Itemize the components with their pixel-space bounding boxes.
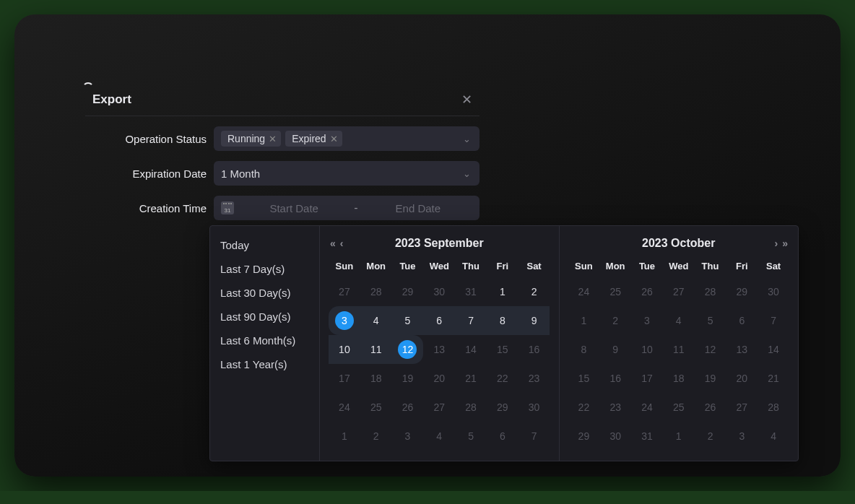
calendar-day: 28 — [758, 393, 789, 422]
calendar-day: 22 — [487, 364, 518, 393]
calendar-day[interactable]: 6 — [423, 306, 455, 335]
calendar-day: 23 — [599, 393, 631, 422]
calendar-day: 16 — [518, 335, 550, 364]
preset-item[interactable]: Last 1 Year(s) — [210, 352, 319, 376]
start-date-placeholder: Start Date — [240, 202, 348, 214]
preset-list: TodayLast 7 Day(s)Last 30 Day(s)Last 90 … — [210, 226, 320, 461]
calendar-icon: 31 — [221, 201, 234, 214]
day-of-week: Mon — [599, 255, 631, 277]
calendar-day: 8 — [568, 335, 600, 364]
prev-year-icon[interactable]: « — [330, 238, 336, 249]
calendar-day: 2 — [599, 306, 631, 335]
label-expiration-date: Expiration Date — [85, 168, 207, 180]
calendar-day: 29 — [568, 422, 600, 451]
calendar-day[interactable]: 4 — [360, 306, 392, 335]
calendar-day: 27 — [726, 393, 758, 422]
calendar-day: 3 — [392, 422, 424, 451]
calendar-day: 13 — [423, 335, 455, 364]
calendar-day: 25 — [663, 393, 695, 422]
calendar-day: 3 — [726, 422, 758, 451]
day-of-week: Fri — [487, 255, 518, 277]
calendar-day[interactable]: 2 — [518, 277, 550, 306]
creation-time-range[interactable]: 31 Start Date - End Date — [214, 196, 479, 220]
calendar-left-header: « ‹ 2023 September — [329, 232, 550, 255]
calendar-right-title: 2023 October — [642, 237, 715, 250]
calendar-day: 21 — [455, 364, 487, 393]
calendar-day: 19 — [392, 364, 424, 393]
label-operation-status: Operation Status — [85, 133, 207, 145]
calendar-day: 17 — [329, 364, 360, 393]
calendar-day: 26 — [695, 393, 726, 422]
calendar-day: 17 — [631, 364, 663, 393]
calendar-day: 22 — [568, 393, 600, 422]
calendar-day: 26 — [392, 393, 424, 422]
day-of-week: Sat — [758, 255, 789, 277]
calendar-day: 24 — [329, 393, 360, 422]
calendar-day: 31 — [631, 422, 663, 451]
close-icon[interactable]: ✕ — [461, 93, 472, 106]
calendar-day: 31 — [455, 277, 487, 306]
calendar-day: 28 — [360, 277, 392, 306]
calendar-day[interactable]: 10 — [329, 335, 360, 364]
calendar-day[interactable]: 5 — [392, 306, 424, 335]
calendar-day: 13 — [726, 335, 758, 364]
day-of-week: Tue — [631, 255, 663, 277]
day-of-week: Thu — [455, 255, 487, 277]
prev-month-icon[interactable]: ‹ — [340, 238, 344, 249]
tag-remove-icon[interactable]: ✕ — [330, 134, 338, 144]
preset-item[interactable]: Last 7 Day(s) — [210, 257, 319, 281]
calendar-day[interactable]: 1 — [487, 277, 518, 306]
calendar-day: 4 — [423, 422, 455, 451]
calendar-day: 26 — [631, 277, 663, 306]
calendar-day: 27 — [423, 393, 455, 422]
calendar-day: 14 — [758, 335, 789, 364]
calendar-day: 25 — [360, 393, 392, 422]
end-date-placeholder: End Date — [364, 202, 472, 214]
calendar-day: 29 — [487, 393, 518, 422]
preset-item[interactable]: Last 90 Day(s) — [210, 305, 319, 329]
calendar-day[interactable]: 3 — [329, 306, 360, 335]
calendar-day: 30 — [423, 277, 455, 306]
row-creation-time: Creation Time 31 Start Date - End Date — [85, 196, 479, 220]
calendar-day: 1 — [329, 422, 360, 451]
preset-item[interactable]: Last 30 Day(s) — [210, 281, 319, 305]
calendar-day: 21 — [758, 364, 789, 393]
operation-status-select[interactable]: Running✕Expired✕ ⌄ — [214, 126, 479, 151]
date-separator: - — [354, 201, 357, 214]
calendar-day: 24 — [568, 277, 600, 306]
calendar-day: 11 — [663, 335, 695, 364]
calendar-day[interactable]: 7 — [455, 306, 487, 335]
calendar-day: 28 — [455, 393, 487, 422]
calendar-day: 7 — [518, 422, 550, 451]
next-month-icon[interactable]: › — [775, 238, 778, 249]
calendar-left-title: 2023 September — [395, 237, 484, 250]
calendar-day: 27 — [329, 277, 360, 306]
calendar-day: 20 — [726, 364, 758, 393]
next-year-icon[interactable]: » — [782, 238, 788, 249]
calendar-day: 29 — [726, 277, 758, 306]
calendar-day[interactable]: 9 — [518, 306, 550, 335]
preset-item[interactable]: Last 6 Month(s) — [210, 329, 319, 352]
calendar-right-header: 2023 October › » — [568, 232, 790, 255]
calendar-day[interactable]: 8 — [487, 306, 518, 335]
calendar-day: 1 — [663, 422, 695, 451]
expiration-date-select[interactable]: 1 Month ⌄ — [214, 161, 479, 186]
app-window: Export ✕ Operation Status Running✕Expire… — [14, 14, 841, 477]
preset-item[interactable]: Today — [210, 233, 319, 257]
calendar-day: 7 — [758, 306, 789, 335]
calendar-day: 23 — [518, 364, 550, 393]
calendar-day: 5 — [695, 306, 726, 335]
dialog-header: Export ✕ — [85, 92, 479, 116]
calendars: « ‹ 2023 September SunMonTueWedThuFriSat… — [320, 226, 798, 461]
calendar-day: 5 — [455, 422, 487, 451]
day-of-week: Sun — [568, 255, 600, 277]
calendar-day: 2 — [695, 422, 726, 451]
calendar-day[interactable]: 11 — [360, 335, 392, 364]
calendar-day: 20 — [423, 364, 455, 393]
day-of-week: Wed — [423, 255, 455, 277]
calendar-day: 25 — [599, 277, 631, 306]
tag-remove-icon[interactable]: ✕ — [269, 134, 277, 144]
calendar-day[interactable]: 12 — [392, 335, 424, 364]
status-tag: Expired✕ — [285, 131, 342, 147]
calendar-day: 18 — [663, 364, 695, 393]
